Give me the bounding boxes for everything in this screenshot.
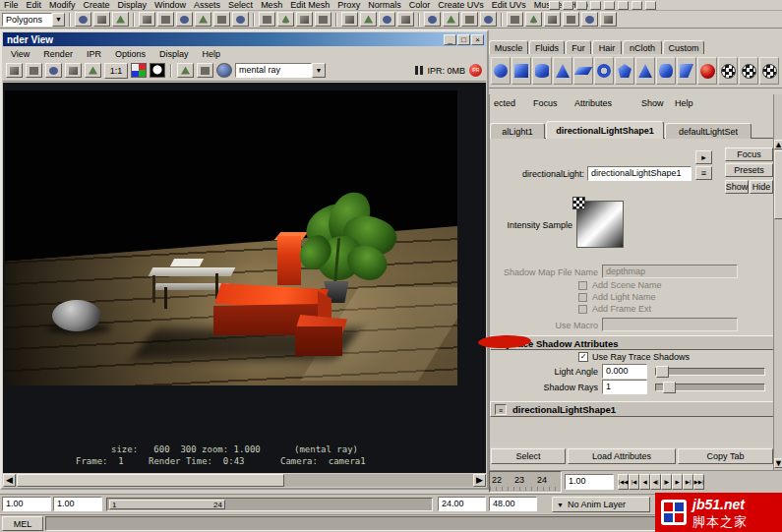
range-slider-handle[interactable]: 1 24 [109, 500, 225, 509]
menu-mesh[interactable]: Mesh [257, 0, 286, 10]
redo-render-icon[interactable] [6, 63, 23, 78]
toolbar-icon[interactable] [195, 12, 211, 27]
toolbar-icon[interactable] [379, 12, 395, 27]
light-angle-field[interactable]: 0.000 [602, 364, 647, 379]
play-backwards-button[interactable]: ◀| [650, 474, 661, 490]
range-slider-track[interactable]: 1 24 [106, 498, 433, 511]
statusline-icon[interactable] [604, 1, 615, 10]
load-attributes-button[interactable]: Load Attributes [568, 448, 676, 464]
shadow-rays-field[interactable]: 1 [602, 380, 647, 394]
scroll-down-icon[interactable]: ▼ [774, 458, 782, 468]
toolbar-icon[interactable] [176, 12, 193, 27]
ae-scrollbar-thumb[interactable] [774, 150, 782, 219]
step-forward-key-button[interactable]: ▶| [683, 474, 693, 490]
step-forward-frame-button[interactable]: ▶ [672, 474, 683, 490]
keep-image-icon[interactable] [177, 63, 194, 78]
ae-tab-directionallightshape1[interactable]: directionalLightShape1 [546, 121, 664, 139]
shelf-icon-render-checker-ball[interactable] [739, 57, 758, 85]
toolbar-icon[interactable] [93, 12, 110, 27]
focus-node-icon[interactable]: ▸ [695, 150, 712, 164]
light-angle-slider[interactable] [655, 368, 765, 376]
statusline-icon[interactable] [632, 1, 642, 10]
node-name-field[interactable]: directionalLightShape1 [587, 166, 692, 181]
current-time-field[interactable]: 1.00 [565, 474, 614, 490]
anim-layer-dropdown[interactable]: ▼ No Anim Layer [552, 497, 650, 512]
rv-scrollbar-thumb[interactable] [17, 474, 284, 487]
menu-assets[interactable]: Assets [190, 0, 224, 10]
shadow-rays-slider-handle[interactable] [663, 382, 676, 393]
step-back-key-button[interactable]: |◀ [629, 474, 639, 490]
use-macro-field[interactable] [602, 318, 738, 331]
shelf-icon-poly-cone[interactable] [553, 57, 572, 85]
ae-menu-help[interactable]: Help [675, 98, 693, 108]
toolbar-icon[interactable] [507, 12, 523, 27]
rv-menu-help[interactable]: Help [198, 49, 224, 59]
shelf-tab-ncloth[interactable]: nCloth [623, 40, 662, 54]
presets-button[interactable]: Presets [725, 163, 773, 177]
scroll-up-icon[interactable]: ▲ [774, 140, 782, 149]
toolbar-icon[interactable] [443, 12, 459, 27]
pause-ipr-icon[interactable] [415, 66, 423, 75]
go-to-end-button[interactable]: ▶▶| [693, 474, 704, 490]
rv-menu-ipr[interactable]: IPR [83, 49, 105, 59]
renderer-dropdown[interactable]: mental ray ▼ [235, 63, 326, 78]
step-back-frame-button[interactable]: ◀ [639, 474, 650, 490]
time-slider-track[interactable]: 22 23 24 [489, 471, 562, 493]
notes-section-bar[interactable]: ≡ directionalLightShape1 [490, 401, 774, 417]
snapshot-icon[interactable] [45, 63, 62, 78]
ae-tab-directionallight1[interactable]: alLight1 [490, 123, 545, 139]
menu-create[interactable]: Create [80, 0, 114, 10]
shelf-icon-poly-cylinder[interactable] [532, 57, 552, 85]
rgb-channels-icon[interactable] [131, 63, 147, 78]
animation-end-field[interactable]: 48.00 [489, 497, 537, 511]
shelf-icon-render-checker-ball[interactable] [759, 57, 779, 85]
alpha-channel-icon[interactable] [150, 63, 165, 78]
menu-display[interactable]: Display [114, 0, 151, 10]
playback-start-field[interactable]: 1.00 [53, 497, 102, 511]
toolbar-icon[interactable] [139, 12, 155, 27]
shelf-tab-fluids[interactable]: Fluids [529, 40, 565, 54]
toolbar-icon[interactable] [360, 12, 377, 27]
toolbar-icon[interactable] [397, 12, 414, 27]
statusline-icon[interactable] [563, 1, 573, 10]
add-light-name-checkbox[interactable] [578, 293, 587, 302]
raytrace-shadow-section-header[interactable]: aytrace Shadow Attributes [490, 335, 774, 350]
go-to-start-button[interactable]: |◀◀ [618, 474, 629, 490]
shelf-icon-poly-sphere[interactable] [491, 57, 511, 85]
statusline-icon[interactable] [618, 1, 629, 10]
rv-horizontal-scrollbar[interactable]: ◀ ▶ [3, 474, 486, 487]
ae-menu-list-selected[interactable]: ected [494, 98, 515, 108]
toolbar-icon[interactable] [315, 12, 331, 27]
toolbar-icon[interactable] [341, 12, 358, 27]
toolbar-icon[interactable] [424, 12, 441, 27]
rv-menu-display[interactable]: Display [155, 49, 193, 59]
menu-mode-selector[interactable]: Polygons ▼ [2, 13, 65, 27]
menu-edit-uvs[interactable]: Edit UVs [488, 0, 530, 10]
rv-menu-render[interactable]: Render [39, 49, 77, 59]
shelf-icon-material-sphere[interactable] [697, 57, 717, 85]
light-angle-slider-handle[interactable] [656, 366, 669, 378]
maximize-icon[interactable]: □ [457, 34, 470, 45]
shelf-icon-poly-pipe[interactable] [656, 57, 676, 85]
shelf-icon-poly-helix[interactable] [677, 57, 696, 85]
ae-menu-focus[interactable]: Focus [533, 98, 558, 108]
render-view-titlebar[interactable]: nder View _ □ × [3, 32, 486, 46]
menu-color[interactable]: Color [405, 0, 435, 10]
command-mode-button[interactable]: MEL [2, 516, 43, 531]
menu-proxy[interactable]: Proxy [333, 0, 364, 10]
menu-create-uvs[interactable]: Create UVs [434, 0, 488, 10]
select-button[interactable]: Select [491, 448, 566, 464]
menu-file[interactable]: File [0, 0, 23, 10]
statusline-icon[interactable] [549, 1, 560, 10]
animation-start-field[interactable]: 1.00 [2, 497, 51, 511]
shadow-map-file-field[interactable]: depthmap [602, 265, 738, 278]
command-input[interactable] [45, 516, 657, 531]
toolbar-icon[interactable] [480, 12, 497, 27]
add-frame-ext-checkbox[interactable] [578, 305, 587, 314]
chevron-down-icon[interactable]: ▼ [52, 13, 65, 27]
ae-menu-attributes[interactable]: Attributes [574, 98, 612, 108]
toolbar-icon[interactable] [259, 12, 275, 27]
zoom-one-to-one-button[interactable]: 1:1 [104, 63, 128, 79]
statusline-icon[interactable] [576, 1, 587, 10]
shelf-tab-fur[interactable]: Fur [566, 40, 591, 54]
